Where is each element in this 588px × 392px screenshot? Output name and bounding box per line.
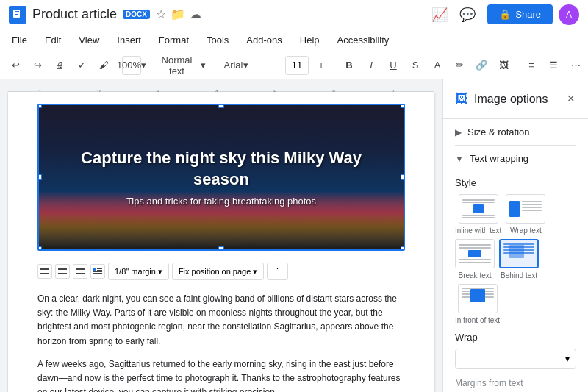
handle-bm[interactable]: [218, 246, 224, 251]
svg-rect-0: [13, 10, 20, 18]
doc-paragraph-2: A few weeks ago, Sagittarius returned to…: [37, 357, 405, 392]
position-label: Fix position on page: [179, 267, 251, 276]
image-subtitle: Tips and tricks for taking breathtaking …: [57, 196, 385, 207]
text-wrapping-header[interactable]: ▼ Text wrapping: [443, 146, 588, 171]
svg-rect-11: [79, 271, 85, 271]
decrease-font[interactable]: −: [263, 56, 282, 75]
bold-button[interactable]: B: [340, 56, 359, 75]
svg-rect-15: [97, 270, 102, 271]
menu-format[interactable]: Format: [156, 33, 192, 47]
main-area: 1 2 3 4 5 6 7 Capture the night sky this…: [0, 79, 588, 392]
underline-button[interactable]: U: [384, 56, 403, 75]
sidebar-header: 🖼 Image options ×: [443, 79, 588, 119]
image-overlay: Capture the night sky this Milky Way sea…: [57, 148, 385, 207]
wrap-break-icon: [455, 239, 495, 268]
title-icons: ☆ 📁 ☁: [156, 7, 201, 21]
highlight-button[interactable]: ✏: [450, 56, 469, 75]
spellcheck-button[interactable]: ✓: [72, 56, 91, 75]
svg-rect-8: [60, 271, 65, 271]
wrap-behind-label: Behind text: [501, 271, 537, 279]
svg-rect-16: [93, 271, 102, 272]
menu-insert[interactable]: Insert: [114, 33, 144, 47]
print-button[interactable]: 🖨: [50, 56, 69, 75]
close-button[interactable]: ×: [565, 90, 576, 108]
size-rotation-section: ▶ Size & rotation: [443, 119, 588, 146]
paint-format-button[interactable]: 🖌: [94, 56, 113, 75]
share-button[interactable]: 🔒 Share: [487, 4, 553, 24]
image-title: Capture the night sky this Milky Way sea…: [57, 148, 385, 190]
avatar[interactable]: A: [559, 4, 579, 25]
redo-button[interactable]: ↪: [28, 56, 47, 75]
wrap-dropdown-arrow: ▾: [565, 354, 570, 364]
star-icon[interactable]: ☆: [156, 7, 166, 21]
align-right-icon[interactable]: [73, 264, 87, 279]
menu-help[interactable]: Help: [297, 33, 323, 47]
wrap-break-label: Break text: [458, 271, 491, 279]
align-left-icon[interactable]: [37, 264, 52, 279]
svg-rect-3: [15, 14, 18, 15]
image-button[interactable]: 🖼: [494, 56, 513, 75]
align-center-icon[interactable]: [55, 264, 70, 279]
menu-tools[interactable]: Tools: [204, 33, 232, 47]
wrap-behind-option[interactable]: Behind text: [499, 239, 539, 279]
lock-icon: 🔒: [499, 9, 511, 20]
strikethrough-button[interactable]: S: [406, 56, 425, 75]
wrap-behind-icon: [499, 239, 539, 268]
position-button[interactable]: Fix position on page ▾: [172, 263, 264, 280]
zoom-selector[interactable]: 100% ▾: [122, 56, 141, 75]
italic-button[interactable]: I: [362, 56, 381, 75]
size-label: Size & rotation: [467, 126, 530, 138]
menu-bar: File Edit View Insert Format Tools Add-o…: [0, 29, 588, 51]
folder-icon[interactable]: 📁: [171, 7, 185, 21]
wrap-section: Wrap ▾: [455, 332, 576, 369]
handle-ml[interactable]: [37, 174, 42, 180]
handle-bl[interactable]: [37, 246, 42, 251]
menu-accessibility[interactable]: Accessibility: [334, 33, 392, 47]
wrapping-label: Text wrapping: [470, 153, 528, 164]
doc-paragraph-1: On a clear, dark night, you can see a fa…: [37, 292, 405, 349]
size-rotation-header[interactable]: ▶ Size & rotation: [443, 119, 588, 145]
font-size-input[interactable]: [285, 56, 309, 75]
increase-font[interactable]: +: [312, 56, 331, 75]
wrap-dropdown[interactable]: ▾: [455, 349, 576, 369]
margin-label: 1/8" margin: [115, 267, 156, 276]
menu-file[interactable]: File: [9, 33, 30, 47]
align-button[interactable]: ≡: [522, 56, 541, 75]
margin-chevron: ▾: [158, 267, 162, 277]
style-selector[interactable]: Normal text ▾: [150, 56, 209, 75]
wrap-icon[interactable]: [90, 264, 105, 279]
handle-br[interactable]: [401, 246, 405, 251]
position-chevron: ▾: [253, 267, 257, 277]
doc-page: Capture the night sky this Milky Way sea…: [8, 92, 434, 392]
menu-view[interactable]: View: [76, 33, 102, 47]
font-selector[interactable]: Arial ▾: [218, 56, 254, 75]
wrap-inline-option[interactable]: Inline with text: [455, 194, 501, 235]
selected-image[interactable]: Capture the night sky this Milky Way sea…: [37, 104, 405, 251]
link-button[interactable]: 🔗: [472, 56, 491, 75]
svg-rect-10: [76, 268, 85, 270]
wrap-text-option[interactable]: Wrap text: [506, 194, 545, 235]
text-color-button[interactable]: A: [428, 56, 447, 75]
more-options-button[interactable]: ⋮: [267, 263, 288, 280]
sidebar: 🖼 Image options × ▶ Size & rotation ▼ Te…: [442, 79, 588, 392]
wrap-break-option[interactable]: Break text: [455, 239, 495, 279]
wrap-dropdown-label: Wrap: [455, 332, 576, 343]
doc-area: 1 2 3 4 5 6 7 Capture the night sky this…: [0, 79, 442, 392]
handle-tl[interactable]: [37, 104, 42, 108]
wrap-text-icon: [506, 194, 545, 224]
more-button[interactable]: ⋯: [566, 56, 585, 75]
margin-button[interactable]: 1/8" margin ▾: [108, 263, 169, 280]
activity-icon[interactable]: 📈: [431, 7, 448, 23]
doc-badge: DOCX: [123, 10, 150, 19]
handle-tr[interactable]: [401, 104, 405, 108]
cloud-icon[interactable]: ☁: [190, 7, 201, 21]
handle-tm[interactable]: [218, 104, 224, 108]
menu-edit[interactable]: Edit: [42, 33, 64, 47]
handle-mr[interactable]: [401, 174, 405, 180]
menu-addons[interactable]: Add-ons: [243, 33, 284, 47]
wrap-front-option[interactable]: In front of text: [455, 284, 500, 324]
comment-icon[interactable]: 💬: [459, 7, 476, 23]
wrapping-content: Style: [443, 171, 588, 392]
undo-button[interactable]: ↩: [6, 56, 25, 75]
list-button[interactable]: ☰: [544, 56, 563, 75]
